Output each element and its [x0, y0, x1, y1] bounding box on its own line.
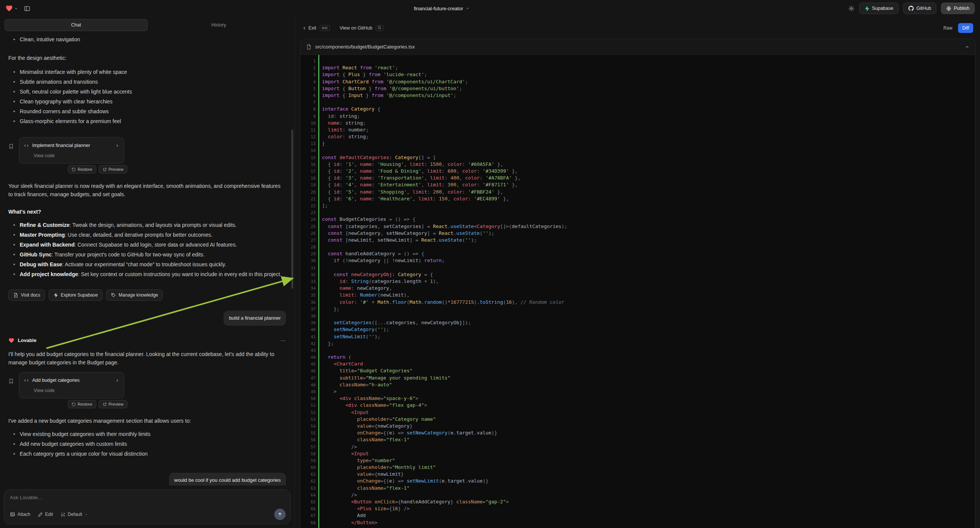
line-number: 58 — [301, 450, 315, 457]
tool-card-title: Implement financial planner — [32, 141, 90, 149]
diff-button[interactable]: Diff — [958, 23, 973, 33]
project-switcher[interactable]: financial-future-creator — [414, 6, 469, 11]
globe-icon — [946, 6, 951, 11]
file-icon — [306, 44, 312, 49]
line-number: 4 — [301, 78, 315, 85]
code-line: 40 setNewCategory(''); — [301, 326, 975, 333]
ready-paragraph: Your sleek financial planner is now read… — [8, 182, 283, 199]
line-number: 52 — [301, 409, 315, 416]
line-number: 1 — [301, 57, 315, 64]
assistant-intro-text: I'll help you add budget categories to t… — [8, 350, 283, 367]
restore-button[interactable]: Restore — [68, 165, 96, 173]
added-paragraph: I've added a new budget categories manag… — [8, 417, 283, 425]
restore-preview-row: Restore Preview — [68, 400, 286, 408]
supabase-button[interactable]: Supabase — [859, 3, 899, 14]
code-line: 17 { id: '2', name: 'Food & Dining', lim… — [301, 168, 975, 175]
more-options-button[interactable] — [280, 338, 286, 344]
attach-button[interactable]: Attach — [10, 512, 30, 517]
collapse-file-button[interactable] — [965, 45, 969, 49]
code-line: 9 id: string; — [301, 113, 975, 120]
chat-scroll-area[interactable]: Clean, intuitive navigation For the desi… — [4, 33, 291, 485]
line-number: 17 — [301, 168, 315, 175]
raw-button[interactable]: Raw — [943, 25, 952, 31]
line-number: 22 — [301, 202, 315, 209]
code-line: 8interface Category { — [301, 106, 975, 113]
line-number: 64 — [301, 491, 315, 498]
edit-button[interactable]: Edit — [38, 512, 53, 517]
tool-card-add-budget-categories[interactable]: Add budget categories View code — [19, 372, 124, 398]
explore-supabase-button[interactable]: Explore Supabase — [48, 289, 103, 301]
view-on-github-label: View on GitHub — [339, 25, 372, 31]
restore-preview-row: Restore Preview — [68, 165, 286, 173]
chevron-right-icon — [115, 143, 119, 148]
code-line: 28 — [301, 243, 975, 250]
code-line: 23 — [301, 209, 975, 216]
exit-button[interactable]: Exit — [302, 25, 316, 31]
github-label: GitHub — [916, 6, 931, 11]
mode-selector[interactable]: Default — [60, 512, 88, 517]
view-code-label[interactable]: View code — [34, 151, 119, 160]
code-line: 18 { id: '3', name: 'Transportation', li… — [301, 175, 975, 181]
settings-button[interactable] — [848, 5, 854, 12]
restore-icon — [72, 402, 76, 406]
code-line: 38 — [301, 312, 975, 319]
toggle-sidebar-button[interactable] — [24, 5, 30, 12]
line-number: 28 — [301, 243, 315, 250]
code-line: 26 const [newCategory, setNewCategory] =… — [301, 230, 975, 237]
code-line: 54 value={newCategory} — [301, 423, 975, 429]
line-number: 43 — [301, 347, 315, 354]
view-code-label[interactable]: View code — [34, 386, 119, 395]
preview-button[interactable]: Preview — [99, 400, 127, 408]
code-line: 32 const newCategoryObj: Category = { — [301, 271, 975, 278]
lovable-app: financial-future-creator Supabase GitHub… — [0, 0, 980, 528]
publish-button[interactable]: Publish — [941, 3, 975, 14]
line-number: 60 — [301, 464, 315, 471]
chat-scrollbar-thumb[interactable] — [291, 130, 293, 289]
line-number: 46 — [301, 367, 315, 374]
line-number: 14 — [301, 147, 315, 154]
tool-card-implement-financial-planner[interactable]: Implement financial planner View code — [19, 137, 124, 164]
lovable-menu-button[interactable] — [5, 5, 18, 12]
design-points-list: Minimalist interface with plenty of whit… — [8, 68, 286, 127]
preview-button[interactable]: Preview — [99, 165, 127, 173]
line-number: 13 — [301, 140, 315, 147]
external-link-icon — [103, 402, 107, 406]
code-panel: Exit esc View on GitHub G Raw Diff src/c… — [295, 17, 980, 528]
bullet-item: Minimalist interface with plenty of whit… — [8, 68, 283, 76]
code-area[interactable]: 12import React from 'react';3import { Pl… — [301, 55, 975, 528]
top-bar-right: Supabase GitHub Publish — [848, 3, 975, 14]
composer-toolbar: Attach Edit Default — [10, 509, 286, 520]
code-line: 4import ChartCard from '@/components/ui/… — [301, 78, 975, 85]
github-button[interactable]: GitHub — [903, 3, 936, 14]
view-on-github-button[interactable]: View on GitHub — [339, 25, 372, 31]
send-button[interactable] — [274, 509, 286, 520]
external-link-icon — [103, 167, 107, 172]
chevron-down-icon — [466, 6, 470, 10]
publish-label: Publish — [954, 6, 969, 11]
code-line: 58 <Input — [301, 450, 975, 457]
bullet-item: Refine & Customize: Tweak the design, an… — [8, 221, 283, 229]
file-tab-header[interactable]: src/components/budget/BudgetCategories.t… — [301, 39, 975, 55]
assistant-header: Lovable — [8, 336, 286, 345]
manage-knowledge-button[interactable]: Manage knowledge — [106, 289, 163, 301]
line-number: 34 — [301, 285, 315, 292]
code-line: 62 onChange={(e) => setNewLimit(e.target… — [301, 478, 975, 484]
quick-actions-row: Visit docs Explore Supabase Manage knowl… — [8, 289, 286, 301]
restore-button[interactable]: Restore — [68, 400, 96, 408]
bullet-item: View existing budget categories with the… — [8, 430, 283, 438]
line-number: 36 — [301, 299, 315, 306]
tab-history[interactable]: History — [148, 19, 290, 31]
chat-input[interactable] — [10, 495, 286, 509]
line-number: 26 — [301, 230, 315, 237]
line-number: 61 — [301, 471, 315, 478]
explore-supabase-label: Explore Supabase — [60, 293, 98, 298]
visit-docs-button[interactable]: Visit docs — [8, 289, 45, 301]
tab-chat[interactable]: Chat — [5, 19, 148, 31]
line-number: 40 — [301, 326, 315, 333]
code-line: 5import { Button } from '@/components/ui… — [301, 85, 975, 92]
line-number: 41 — [301, 333, 315, 340]
edit-label: Edit — [45, 512, 53, 517]
line-number: 68 — [301, 519, 315, 526]
code-line: 57 /> — [301, 444, 975, 450]
code-line: 43 — [301, 347, 975, 354]
